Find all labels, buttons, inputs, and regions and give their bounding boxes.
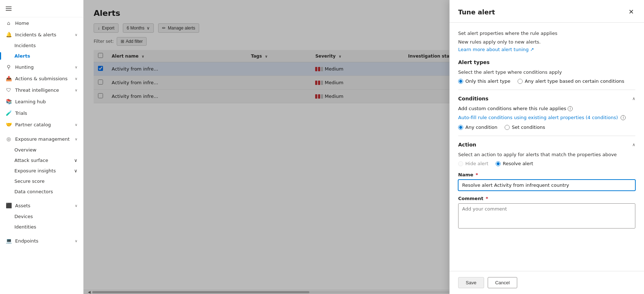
learning-icon: 📚 (6, 99, 12, 104)
sidebar-sub-label: Incidents (14, 43, 36, 48)
alert-types-title: Alert types (458, 59, 635, 65)
sidebar-item-partner-catalog[interactable]: 🤝 Partner catalog ∨ (0, 119, 83, 130)
name-input[interactable] (458, 180, 635, 191)
actions-icon: 📤 (6, 76, 12, 81)
sidebar-item-label: Home (15, 21, 77, 26)
required-star: * (476, 172, 478, 177)
required-star: * (486, 196, 488, 201)
radio-any-type[interactable] (518, 79, 523, 84)
comment-textarea[interactable] (458, 203, 635, 229)
sidebar-subitem-attack-surface[interactable]: Attack surface ∨ (0, 155, 83, 166)
sidebar-subitem-incidents[interactable]: Incidents (0, 40, 83, 51)
sidebar-sub-label: Alerts (14, 53, 30, 59)
sidebar-item-threat-intelligence[interactable]: 🛡 Threat intelligence ∨ (0, 84, 83, 96)
sidebar-section-exposure[interactable]: ◎ Exposure management ∨ (0, 133, 83, 145)
sidebar-sub-label: Secure score (14, 178, 45, 184)
tune-alert-panel: Tune alert ✕ Set alert properties where … (450, 0, 644, 294)
sidebar-section-assets[interactable]: ⬛ Assets ∨ (0, 200, 83, 211)
chevron-down-icon: ∨ (75, 77, 77, 81)
sidebar-item-label: Learning hub (15, 99, 77, 104)
radio-set-conditions[interactable]: Set conditions (505, 125, 545, 130)
conditions-label: Add custom conditions where this rule ap… (458, 106, 566, 111)
radio-set-conditions-input[interactable] (505, 125, 510, 130)
sidebar-item-incidents-alerts[interactable]: 🔔 Incidents & alerts ∨ (0, 29, 83, 40)
trials-icon: 🧪 (6, 110, 12, 116)
chevron-down-icon: ∨ (74, 168, 77, 173)
panel-header: Tune alert ✕ (450, 0, 644, 23)
endpoints-icon: 💻 (6, 238, 12, 244)
sidebar-sub-label: Overview (14, 147, 36, 153)
sidebar-item-label: Incidents & alerts (15, 32, 71, 37)
sidebar-item-actions-submissions[interactable]: 📤 Actions & submissions ∨ (0, 73, 83, 84)
main-content: Alerts ↓ Export 6 Months ∨ ✏ Manage aler… (84, 0, 644, 294)
chevron-down-icon: ∨ (75, 33, 77, 37)
radio-resolve-alert-input[interactable] (496, 161, 501, 166)
learn-more-link[interactable]: Learn more about alert tuning ↗ (458, 47, 635, 52)
action-title: Action (458, 142, 476, 148)
collapse-chevron-up-icon: ∧ (632, 96, 635, 101)
radio-any-condition[interactable]: Any condition (458, 125, 497, 130)
sidebar-subitem-secure-score[interactable]: Secure score (0, 176, 83, 186)
sidebar: ⌂ Home 🔔 Incidents & alerts ∨ Incidents … (0, 0, 84, 294)
sidebar-item-learning-hub[interactable]: 📚 Learning hub (0, 96, 83, 107)
sidebar-subitem-data-connectors[interactable]: Data connectors (0, 186, 83, 197)
close-button[interactable]: ✕ (627, 7, 635, 17)
partner-icon: 🤝 (6, 122, 12, 127)
radio-only-this[interactable] (458, 79, 463, 84)
sidebar-subitem-identities[interactable]: Identities (0, 222, 83, 232)
sidebar-item-label: Threat intelligence (15, 87, 71, 93)
radio-resolve-alert[interactable]: Resolve alert (496, 161, 533, 166)
radio-option-only-this[interactable]: Only this alert type (458, 78, 510, 84)
hamburger-icon[interactable] (6, 6, 12, 11)
sidebar-section-endpoints[interactable]: 💻 Endpoints ∨ (0, 235, 83, 246)
radio-hide-alert-input[interactable] (458, 161, 463, 166)
autofill-info-icon[interactable]: i (621, 115, 626, 120)
sidebar-section-label: Endpoints (15, 238, 71, 244)
radio-any-condition-input[interactable] (458, 125, 463, 130)
sidebar-subitem-devices[interactable]: Devices (0, 211, 83, 222)
home-icon: ⌂ (6, 20, 12, 26)
sidebar-item-label: Trials (15, 110, 77, 116)
sidebar-sub-label: Identities (14, 224, 36, 230)
sidebar-item-trials[interactable]: 🧪 Trials (0, 107, 83, 119)
save-button[interactable]: Save (458, 277, 484, 288)
external-link-icon: ↗ (530, 47, 534, 52)
action-section-header[interactable]: Action ∧ (458, 142, 635, 148)
sidebar-subitem-exposure-insights[interactable]: Exposure insights ∨ (0, 166, 83, 176)
sidebar-subitem-alerts[interactable]: Alerts (0, 51, 83, 61)
panel-description-line2: New rules apply only to new alerts. (458, 39, 635, 46)
sidebar-header (0, 0, 83, 17)
radio-option-any-type[interactable]: Any alert type based on certain conditio… (518, 78, 624, 84)
chevron-down-icon: ∨ (75, 123, 77, 127)
panel-title: Tune alert (458, 8, 495, 16)
sidebar-sub-label: Exposure insights (14, 168, 56, 173)
sidebar-sub-label: Attack surface (14, 158, 48, 163)
conditions-body: Add custom conditions where this rule ap… (458, 106, 635, 130)
sidebar-sub-label: Data connectors (14, 189, 53, 194)
sidebar-item-home[interactable]: ⌂ Home (0, 17, 83, 29)
chevron-down-icon: ∨ (75, 137, 77, 141)
sidebar-item-hunting[interactable]: ⚲ Hunting ∨ (0, 61, 83, 73)
name-field-container: Name * (458, 172, 635, 191)
conditions-label-row: Add custom conditions where this rule ap… (458, 106, 635, 111)
sidebar-item-label: Actions & submissions (15, 76, 71, 81)
autofill-link[interactable]: Auto-fill rule conditions using existing… (458, 115, 635, 120)
name-field-label: Name * (458, 172, 635, 177)
sidebar-item-label: Partner catalog (15, 122, 71, 127)
divider (458, 90, 635, 90)
panel-description-line1: Set alert properties where the rule appl… (458, 30, 635, 37)
assets-icon: ⬛ (6, 203, 12, 208)
comment-field-container: Comment * (458, 196, 635, 230)
conditions-section-header[interactable]: Conditions ∧ (458, 96, 635, 101)
panel-footer: Save Cancel (450, 271, 644, 294)
conditions-title: Conditions (458, 96, 488, 101)
conditions-info-icon[interactable]: i (568, 106, 573, 111)
sidebar-subitem-overview[interactable]: Overview (0, 145, 83, 155)
action-radio-group: Hide alert Resolve alert (458, 161, 635, 166)
collapse-chevron-up-icon: ∧ (632, 142, 635, 147)
threat-icon: 🛡 (6, 87, 12, 93)
alert-type-radio-group: Only this alert type Any alert type base… (458, 78, 635, 84)
sidebar-section-label: Exposure management (15, 136, 71, 142)
radio-hide-alert[interactable]: Hide alert (458, 161, 488, 166)
cancel-button[interactable]: Cancel (488, 277, 517, 288)
